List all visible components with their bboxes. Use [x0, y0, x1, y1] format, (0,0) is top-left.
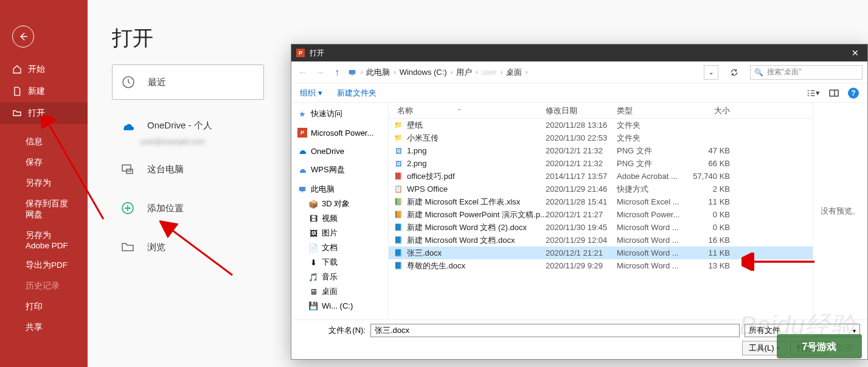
nav-up-button[interactable]: ↑	[330, 66, 344, 79]
location-this-pc-label: 这台电脑	[147, 164, 184, 175]
file-row[interactable]: 📘尊敬的先生.docx2020/11/29 9:29Microsoft Word…	[389, 259, 813, 272]
view-options-button[interactable]: ▾	[807, 88, 820, 99]
breadcrumb[interactable]: ›此电脑 ›Windows (C:) ›用户 ›user ›桌面 ›	[361, 67, 527, 78]
search-input[interactable]: 🔍 搜索"桌面"	[750, 65, 863, 80]
file-size: 11 KB	[692, 248, 735, 257]
nav-home-label: 开始	[28, 64, 45, 75]
nav-save-baidu[interactable]: 保存到百度网盘	[0, 194, 88, 225]
file-row[interactable]: 📋WPS Office2020/11/29 21:46快捷方式2 KB	[389, 183, 813, 195]
column-headers[interactable]: 名称⌃ 修改日期 类型 大小	[389, 103, 813, 119]
download-icon: ⬇	[308, 257, 318, 267]
file-type: Adobe Acrobat ...	[617, 172, 692, 181]
filename-input[interactable]	[370, 324, 740, 337]
tree-music[interactable]: 🎵音乐	[291, 270, 388, 284]
file-date: 2020/12/1 21:27	[546, 210, 617, 219]
file-name: 2.png	[407, 159, 427, 168]
cancel-button[interactable]: 取消	[830, 341, 859, 355]
tree-quick-access[interactable]: ★快速访问	[291, 107, 388, 121]
nav-forward-button[interactable]: →	[313, 66, 327, 79]
docx-icon: 📘	[394, 248, 403, 258]
nav-save[interactable]: 保存	[0, 152, 88, 173]
tree-documents[interactable]: 📄文档	[291, 240, 388, 255]
tree-windows-c[interactable]: 💾Wi... (C:)	[291, 299, 388, 312]
drive-icon: 💾	[308, 301, 318, 310]
file-row[interactable]: 📘新建 Microsoft Word 文档 (2).docx2020/11/30…	[389, 221, 813, 234]
refresh-button[interactable]	[727, 65, 741, 80]
file-size: 0 KB	[692, 223, 735, 232]
new-folder-button[interactable]: 新建文件夹	[337, 88, 377, 99]
open-button[interactable]: 打开 |▾	[790, 341, 826, 355]
location-add-place-label: 添加位置	[147, 203, 184, 214]
nav-back-button[interactable]: ←	[296, 66, 310, 79]
nav-history[interactable]: 历史记录	[0, 276, 88, 296]
tree-wps[interactable]: WPS网盘	[291, 163, 388, 177]
document-icon	[12, 86, 22, 96]
location-recent[interactable]: 最近	[112, 65, 264, 100]
breadcrumb-seg-0[interactable]: 此电脑	[366, 67, 390, 78]
dialog-footer: 文件名(N): 所有文件▾ 工具(L) ▾ 打开 |▾ 取消	[291, 320, 867, 359]
file-size: 11 KB	[692, 197, 735, 206]
star-icon: ★	[297, 109, 307, 119]
file-size: 66 KB	[692, 159, 735, 168]
xlsx-icon: 📗	[394, 197, 403, 207]
breadcrumb-seg-1[interactable]: Windows (C:)	[400, 68, 447, 77]
nav-print[interactable]: 打印	[0, 296, 88, 317]
sort-arrow-icon: ⌃	[457, 108, 462, 114]
powerpoint-icon: P	[296, 49, 305, 57]
breadcrumb-seg-3[interactable]: user	[481, 68, 496, 77]
file-row[interactable]: 📁壁纸2020/11/28 13:16文件夹	[389, 119, 813, 131]
breadcrumb-dropdown-button[interactable]: ⌄	[704, 65, 718, 80]
desktop-icon: 🖥	[308, 287, 318, 296]
organize-button[interactable]: 组织 ▾	[300, 88, 322, 99]
file-name: 壁纸	[407, 120, 423, 131]
home-icon	[12, 65, 22, 74]
preview-pane-button[interactable]	[827, 88, 841, 99]
breadcrumb-seg-2[interactable]: 用户	[456, 67, 472, 78]
tree-pictures[interactable]: 🖼图片	[291, 226, 388, 240]
file-row[interactable]: 🖼2.png2020/12/1 21:32PNG 文件66 KB	[389, 157, 813, 170]
file-name: 1.png	[407, 146, 427, 155]
dialog-close-button[interactable]: ✕	[848, 48, 863, 58]
file-type: Microsoft Word ...	[617, 248, 692, 257]
file-row[interactable]: 📗新建 Microsoft Excel 工作表.xlsx2020/11/28 1…	[389, 195, 813, 208]
svg-rect-8	[830, 90, 838, 96]
tree-onedrive[interactable]: OneDrive	[291, 144, 388, 158]
tools-button[interactable]: 工具(L) ▾	[742, 341, 786, 355]
file-row[interactable]: 📘新建 Microsoft Word 文档.docx2020/11/29 12:…	[389, 234, 813, 246]
tree-this-pc[interactable]: 此电脑	[291, 182, 388, 197]
folder-icon: 📁	[394, 133, 403, 143]
nav-save-adobe[interactable]: 另存为 Adobe PDF	[0, 225, 88, 255]
nav-open[interactable]: 打开	[0, 102, 88, 124]
file-size: 47 KB	[692, 146, 735, 155]
png-icon: 🖼	[394, 146, 403, 156]
file-date: 2020/12/1 21:32	[546, 159, 617, 168]
back-button[interactable]	[12, 26, 34, 47]
file-row[interactable]: 📘张三.docx2020/12/1 21:21Microsoft Word ..…	[389, 246, 813, 259]
nav-info[interactable]: 信息	[0, 131, 88, 152]
preview-pane: 没有预览。	[813, 103, 867, 320]
file-date: 2020/12/1 21:21	[546, 248, 617, 257]
pc-small-icon	[347, 68, 357, 77]
tree-videos[interactable]: 🎞视频	[291, 211, 388, 226]
file-row[interactable]: 📁小米互传2020/11/30 22:53文件夹	[389, 131, 813, 144]
nav-share[interactable]: 共享	[0, 317, 88, 338]
file-type-combo[interactable]: 所有文件▾	[745, 324, 860, 337]
tree-3d-objects[interactable]: 📦3D 对象	[291, 197, 388, 211]
docx-icon: 📘	[394, 261, 403, 271]
nav-home[interactable]: 开始	[0, 58, 88, 80]
document-tree-icon: 📄	[308, 243, 318, 253]
file-name: 新建 Microsoft PowerPoint 演示文稿.p...	[407, 209, 546, 220]
file-row[interactable]: 🖼1.png2020/12/1 21:32PNG 文件47 KB	[389, 144, 813, 157]
nav-new[interactable]: 新建	[0, 80, 88, 102]
dialog-titlebar: P 打开 ✕	[291, 44, 867, 61]
tree-desktop[interactable]: 🖥桌面	[291, 284, 388, 299]
file-row[interactable]: 📙新建 Microsoft PowerPoint 演示文稿.p...2020/1…	[389, 208, 813, 221]
pdf-icon: 📕	[394, 172, 403, 181]
nav-export-pdf[interactable]: 导出为PDF	[0, 255, 88, 276]
tree-powerpoint[interactable]: PMicrosoft Power...	[291, 126, 388, 139]
breadcrumb-seg-4[interactable]: 桌面	[506, 67, 522, 78]
nav-saveas[interactable]: 另存为	[0, 173, 88, 194]
help-button[interactable]: ?	[848, 88, 859, 99]
file-row[interactable]: 📕office技巧.pdf2014/11/17 13:57Adobe Acrob…	[389, 170, 813, 183]
tree-downloads[interactable]: ⬇下载	[291, 255, 388, 270]
